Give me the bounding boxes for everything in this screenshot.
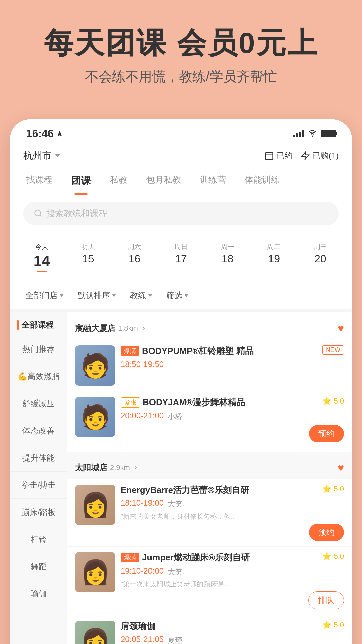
date-mon[interactable]: 周一 18	[206, 239, 249, 275]
chevron-right-icon-2	[133, 465, 139, 471]
filter-instructor[interactable]: 教练	[125, 287, 158, 304]
course-info-5: 肩颈瑜伽 ⭐ 5.0 20:05-21:05 夏瑾	[121, 621, 344, 644]
course-card-shoulder-yoga: 👩 肩颈瑜伽 ⭐ 5.0 20:05-21:05 夏瑾	[67, 615, 352, 644]
course-info-3: EnergyBarre活力芭蕾®乐刻自研 ⭐ 5.0 18:10-19:00 大…	[121, 485, 344, 541]
book-button-3[interactable]: 预约	[309, 524, 344, 541]
course-info-1: 爆满 BODYPUMP®杠铃雕塑 精品 NEW 18:50-19:50	[121, 345, 344, 371]
wifi-icon	[308, 130, 317, 137]
course-card-bodypump: 🧑 爆满 BODYPUMP®杠铃雕塑 精品 NEW 18:50-19:50	[67, 340, 352, 391]
lightning-icon	[301, 151, 310, 160]
svg-marker-4	[302, 152, 309, 159]
course-time-3: 18:10-19:00	[121, 498, 164, 508]
course-action-2: 预约	[121, 425, 344, 442]
star-rating-3: ⭐ 5.0	[322, 485, 344, 493]
search-input-container[interactable]: 搜索教练和课程	[23, 202, 339, 225]
filter-all-stores[interactable]: 全部门店	[20, 287, 69, 304]
store-name-2[interactable]: 太阳城店 2.9km	[75, 462, 139, 473]
signal-icon	[293, 130, 304, 137]
search-bar: 搜索教练和课程	[10, 195, 352, 232]
course-desc-4: "第一次来太阳城上笑老师的蹦床课...	[121, 580, 344, 589]
filter-more[interactable]: 筛选	[161, 287, 194, 304]
tab-fitness-training[interactable]: 体能训练	[235, 167, 289, 195]
date-tomorrow[interactable]: 明天 15	[67, 239, 110, 275]
course-time-1: 18:50-19:50	[121, 360, 344, 369]
navigation-icon	[56, 130, 63, 137]
search-icon	[34, 209, 42, 218]
date-tue[interactable]: 周二 19	[252, 239, 296, 275]
sidebar-item-fitness[interactable]: 提升体能	[10, 444, 67, 472]
top-nav: 杭州市 已约 已购(1)	[10, 144, 352, 167]
sidebar-item-yoga[interactable]: 瑜伽	[10, 580, 67, 607]
course-info-2: 紧张 BODYJAM®漫步舞林精品 ⭐ 5.0 20:00-21:00 小桥 预…	[121, 397, 344, 442]
calendar-icon	[264, 151, 274, 160]
location-selector[interactable]: 杭州市	[23, 149, 60, 162]
sidebar-header: 全部课程	[10, 312, 67, 336]
sidebar: 全部课程 热门推荐 💪高效燃脂 舒缓减压 体态改善 提升体能 拳击/搏击 蹦床/…	[10, 312, 67, 644]
nav-buttons: 已约 已购(1)	[264, 150, 339, 161]
sidebar-item-fat-burn[interactable]: 💪高效燃脂	[10, 363, 67, 390]
sidebar-item-popular[interactable]: 热门推荐	[10, 336, 67, 363]
chevron-down-icon	[148, 294, 152, 297]
sidebar-item-posture[interactable]: 体态改善	[10, 417, 67, 444]
course-badge-full-4: 爆满	[121, 553, 139, 562]
sidebar-item-trampoline[interactable]: 蹦床/踏板	[10, 499, 67, 526]
sidebar-item-dance[interactable]: 舞蹈	[10, 553, 67, 580]
course-card-energybarre: 👩 EnergyBarre活力芭蕾®乐刻自研 ⭐ 5.0 18:10-19:00…	[67, 479, 352, 547]
tab-find-courses[interactable]: 找课程	[17, 167, 62, 195]
sidebar-item-boxing[interactable]: 拳击/搏击	[10, 472, 67, 499]
course-thumbnail-1: 🧑	[75, 345, 115, 386]
date-selector: 今天 14 明天 15 周六 16 周日 17 周一 18 周二 19 周三 2…	[10, 232, 352, 282]
course-instructor-5: 夏瑾	[168, 635, 182, 644]
course-badge-full-1: 爆满	[121, 346, 139, 356]
svg-rect-0	[265, 152, 273, 159]
course-thumbnail-4: 👩	[75, 552, 115, 592]
tab-group-class[interactable]: 团课	[62, 167, 101, 195]
date-today[interactable]: 今天 14	[20, 239, 63, 275]
status-bar: 16:46	[10, 119, 352, 144]
date-sun[interactable]: 周日 17	[160, 239, 203, 275]
course-time-4: 19:10-20:00	[121, 566, 164, 576]
course-title-row-2: 紧张 BODYJAM®漫步舞林精品 ⭐ 5.0	[121, 397, 344, 408]
course-info-4: 爆满 Jumper燃动蹦床®乐刻自研 ⭐ 5.0 19:10-20:00 大笑.…	[121, 552, 344, 609]
course-title-row-3: EnergyBarre活力芭蕾®乐刻自研 ⭐ 5.0	[121, 485, 344, 496]
course-instructor-3: 大笑.	[168, 499, 184, 509]
course-instructor-2: 小桥	[168, 412, 182, 422]
favorite-icon-2[interactable]: ♥	[338, 462, 344, 474]
course-instructor-4: 大笑.	[168, 567, 184, 577]
course-list: 宸融大厦店 1.8km ♥ 🧑	[67, 312, 352, 644]
tab-monthly-pt[interactable]: 包月私教	[137, 167, 190, 195]
course-action-3: 预约	[121, 524, 344, 541]
tab-training-camp[interactable]: 训练营	[190, 167, 235, 195]
star-rating-5: ⭐ 5.0	[322, 621, 344, 629]
favorite-icon-1[interactable]: ♥	[338, 322, 344, 335]
course-badge-tight-2: 紧张	[121, 397, 140, 408]
new-badge-1: NEW	[322, 345, 344, 355]
sidebar-item-stress[interactable]: 舒缓减压	[10, 390, 67, 417]
tab-bar: 找课程 团课 私教 包月私教 训练营 体能训练	[10, 167, 352, 195]
store-header-2: 太阳城店 2.9km ♥	[67, 452, 352, 479]
purchased-button[interactable]: 已购(1)	[301, 150, 339, 161]
chevron-down-icon	[184, 294, 188, 297]
date-wed[interactable]: 周三 20	[299, 239, 342, 275]
book-button-2[interactable]: 预约	[309, 425, 344, 442]
store-header-1: 宸融大厦店 1.8km ♥	[67, 316, 352, 340]
tab-personal-training[interactable]: 私教	[101, 167, 137, 195]
status-time: 16:46	[26, 127, 63, 140]
filter-default-sort[interactable]: 默认排序	[72, 287, 121, 304]
booked-button[interactable]: 已约	[264, 150, 293, 161]
course-thumbnail-3: 👩	[75, 485, 115, 525]
chevron-down-icon	[112, 294, 116, 297]
sidebar-accent-bar	[17, 320, 19, 330]
queue-button-4[interactable]: 排队	[308, 591, 344, 609]
course-thumbnail-2: 🧑	[75, 397, 115, 437]
sidebar-item-barbell[interactable]: 杠铃	[10, 526, 67, 553]
phone-mockup: 16:46 杭州市	[10, 119, 352, 644]
star-rating-4: ⭐ 5.0	[322, 552, 344, 561]
course-title-row-5: 肩颈瑜伽 ⭐ 5.0	[121, 621, 344, 632]
store-name-1[interactable]: 宸融大厦店 1.8km	[75, 323, 147, 334]
date-sat[interactable]: 周六 16	[113, 239, 156, 275]
course-action-4: 排队	[121, 591, 344, 609]
main-content: 全部课程 热门推荐 💪高效燃脂 舒缓减压 体态改善 提升体能 拳击/搏击 蹦床/…	[10, 312, 352, 644]
course-card-jumper: 👩 爆满 Jumper燃动蹦床®乐刻自研 ⭐ 5.0 19:10-20:00 大…	[67, 547, 352, 615]
course-title-row-4: 爆满 Jumper燃动蹦床®乐刻自研 ⭐ 5.0	[121, 552, 344, 564]
